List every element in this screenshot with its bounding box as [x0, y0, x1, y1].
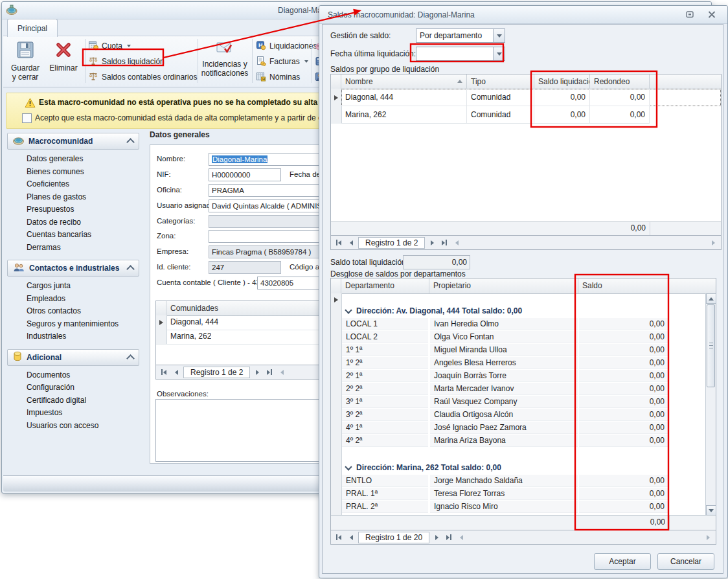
- sidebar-item-cargos-junta[interactable]: Cargos junta: [27, 280, 139, 293]
- tab-principal[interactable]: Principal: [7, 19, 58, 37]
- next-record-button[interactable]: [252, 368, 262, 377]
- oficina-value: PRAGMA: [212, 187, 244, 194]
- vertical-scrollbar[interactable]: [705, 293, 716, 516]
- chevron-down-icon: [127, 45, 131, 47]
- sidebar-group-contactos[interactable]: Contactos e industriales: [7, 260, 139, 277]
- facturas-button[interactable]: Facturas: [256, 55, 308, 68]
- sidebar-item-otros-contactos[interactable]: Otros contactos: [27, 305, 139, 318]
- table-row[interactable]: PRAL. 2ªIgnacio Risco Miro0,00: [342, 501, 705, 514]
- liquidaciones-button[interactable]: H Liquidaciones: [256, 40, 317, 52]
- cancel-button[interactable]: Cancelar: [657, 553, 714, 570]
- table-row[interactable]: Marina, 262 Comunidad 0,00 0,00: [341, 106, 721, 124]
- column-header-departamento[interactable]: Departamento: [341, 278, 429, 293]
- fecha-ultima-combo[interactable]: [416, 47, 505, 61]
- sidebar-item-datos-generales[interactable]: Datos generales: [27, 153, 139, 166]
- scroll-left-button[interactable]: [451, 238, 462, 247]
- combo-dropdown-button[interactable]: [493, 47, 505, 60]
- saldos-liquidacion-button[interactable]: Saldos liquidación: [88, 55, 165, 68]
- column-header-tipo[interactable]: Tipo: [467, 74, 534, 89]
- zona-label: Zona:: [157, 232, 176, 240]
- facturas-icon: [256, 56, 266, 68]
- sidebar-item-cuentas-bancarias[interactable]: Cuentas bancarias: [27, 229, 139, 242]
- table-row[interactable]: LOCAL 1Ivan Heredia Olmo0,00: [342, 318, 705, 331]
- scroll-left-button[interactable]: [277, 368, 287, 377]
- column-header-nombre[interactable]: Nombre: [341, 74, 467, 89]
- propietario-cell: Ivan Heredia Olmo: [430, 318, 578, 330]
- next-record-button[interactable]: [427, 238, 437, 247]
- table-row[interactable]: 1º 2ªAngeles Blesa Herreros0,00: [342, 357, 705, 370]
- departamento-cell: PRAL. 1ª: [342, 488, 428, 500]
- scroll-left-button[interactable]: [456, 533, 466, 542]
- sidebar-item-usuarios-acceso[interactable]: Usuarios con acceso: [27, 420, 139, 433]
- scrollbar-thumb[interactable]: [707, 304, 715, 387]
- sidebar-item-seguros[interactable]: Seguros y mantenimientos: [27, 318, 139, 331]
- warning-text: Esta macro-comunidad no está operativa p…: [39, 98, 317, 107]
- gestion-saldo-combo[interactable]: Por departamento: [416, 28, 505, 43]
- table-row[interactable]: 3º 1ªRaúl Vasquez Company0,00: [342, 396, 705, 409]
- sidebar-item-impuestos[interactable]: Impuestos: [27, 407, 139, 420]
- combo-dropdown-button[interactable]: [493, 29, 505, 42]
- cuota-button[interactable]: Cuota: [88, 40, 131, 52]
- last-record-button[interactable]: [444, 533, 454, 542]
- scroll-right-button[interactable]: [708, 238, 718, 247]
- group-row-marina[interactable]: Dirección: Marina, 262 Total saldo: 0,00: [342, 460, 705, 475]
- pin-icon[interactable]: [686, 11, 694, 20]
- sidebar-item-certificado[interactable]: Certificado digital: [27, 394, 139, 407]
- column-header-saldo-liquidacion[interactable]: Saldo liquidación: [534, 74, 590, 89]
- table-row[interactable]: 4º 2ªMarina Ariza Bayona0,00: [342, 435, 705, 448]
- dialog-titlebar[interactable]: Saldos macrocomunidad: Diagonal-Marina: [319, 6, 727, 24]
- sidebar-item-coeficientes[interactable]: Coeficientes: [27, 178, 139, 191]
- table-row[interactable]: PRAL. 1ªTeresa Florez Torras0,00: [342, 488, 705, 501]
- next-record-button[interactable]: [431, 533, 442, 542]
- column-header-propietario[interactable]: Propietario: [429, 278, 578, 293]
- scroll-right-button[interactable]: [703, 533, 713, 542]
- prev-record-button[interactable]: [171, 368, 181, 377]
- last-record-button[interactable]: [439, 238, 449, 247]
- nominas-button[interactable]: H Nóminas: [256, 71, 300, 84]
- table-row[interactable]: ENTLOJorge Manchado Saldaña0,00: [342, 475, 705, 488]
- footer-total: 0,00: [590, 222, 650, 234]
- table-row[interactable]: 2º 2ªMarta Mercader Ivanov0,00: [342, 383, 705, 396]
- sidebar-item-empleados[interactable]: Empleados: [27, 293, 139, 306]
- sidebar-group-adicional[interactable]: Adicional: [7, 349, 139, 366]
- saldos-contables-button[interactable]: Saldos contables ordinarios: [88, 71, 197, 84]
- prev-record-button[interactable]: [346, 533, 356, 542]
- id-cliente-field[interactable]: 247: [209, 261, 281, 274]
- table-row[interactable]: 4º 1ªJosé Ignacio Paez Zamora0,00: [342, 422, 705, 435]
- first-record-button[interactable]: [334, 533, 344, 542]
- nif-field[interactable]: H00000000: [209, 168, 281, 181]
- group-row-diagonal[interactable]: Dirección: Av. Diagonal, 444 Total saldo…: [342, 304, 705, 318]
- column-header-redondeo[interactable]: Redondeo: [590, 74, 650, 89]
- saldos-grid: Nombre Tipo Saldo liquidación Redondeo D…: [330, 74, 722, 236]
- sidebar-item-configuracion[interactable]: Configuración: [27, 381, 139, 394]
- sidebar-item-datos-recibo[interactable]: Datos de recibo: [27, 216, 139, 229]
- prev-record-button[interactable]: [346, 238, 356, 247]
- sidebar-item-derramas[interactable]: Derramas: [27, 242, 139, 255]
- close-icon[interactable]: [708, 11, 716, 20]
- sidebar-item-presupuestos[interactable]: Presupuestos: [27, 203, 139, 216]
- accept-checkbox[interactable]: [22, 113, 32, 123]
- table-row[interactable]: LOCAL 2Olga Vico Fontan0,00: [342, 331, 705, 344]
- chevron-down-icon: [497, 52, 502, 56]
- table-row[interactable]: Diagonal, 444 Comunidad 0,00 0,00: [341, 89, 721, 106]
- record-counter: Registro 1 de 20: [358, 532, 429, 543]
- sidebar-item-planes-gastos[interactable]: Planes de gastos: [27, 191, 139, 204]
- column-header-saldo[interactable]: Saldo: [578, 278, 669, 293]
- table-row[interactable]: 3º 2ªClaudia Ortigosa Alcón0,00: [342, 409, 705, 422]
- sidebar-item-industriales[interactable]: Industriales: [27, 330, 139, 343]
- sidebar-item-documentos[interactable]: Documentos: [27, 369, 139, 382]
- incidencias-button[interactable]: Incidencias ynotificaciones: [200, 38, 249, 85]
- row-indicator-icon: [334, 95, 338, 100]
- table-row[interactable]: 1º 1ªMiguel Miranda Ulloa0,00: [342, 344, 705, 357]
- sidebar-item-bienes-comunes[interactable]: Bienes comunes: [27, 166, 139, 179]
- scroll-down-icon: [709, 509, 714, 512]
- sidebar-group-macrocomunidad[interactable]: Macrocomunidad: [7, 133, 139, 150]
- last-record-button[interactable]: [264, 368, 275, 377]
- save-close-button[interactable]: Guardary cerrar: [7, 38, 43, 85]
- delete-button[interactable]: Eliminar: [46, 38, 81, 85]
- first-record-button[interactable]: [334, 238, 344, 247]
- first-record-button[interactable]: [159, 368, 169, 377]
- saldos-grid-header: Nombre Tipo Saldo liquidación Redondeo: [331, 74, 721, 89]
- accept-button[interactable]: Aceptar: [594, 553, 651, 570]
- table-row[interactable]: 2º 1ªJoaquín Borràs Torre0,00: [342, 370, 705, 383]
